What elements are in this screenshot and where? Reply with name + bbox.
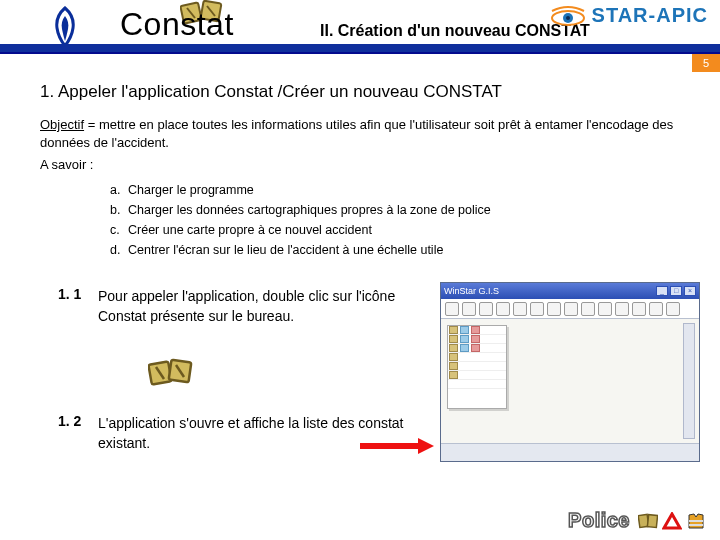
- toolbar-button-icon: [479, 302, 493, 316]
- toolbar-button-icon: [615, 302, 629, 316]
- section-title: 1. Appeler l'application Constat /Créer …: [40, 82, 680, 102]
- svg-rect-14: [689, 520, 703, 522]
- footer-boxes-icon: [638, 512, 658, 530]
- instruction-text: Pour appeler l'application, double clic …: [98, 286, 418, 327]
- pointer-arrow-icon: [360, 440, 436, 452]
- objectif-text: = mettre en place toutes les information…: [40, 117, 673, 150]
- footer-vest-icon: [686, 512, 706, 530]
- slide-header: Constat II. Création d'un nouveau CONSTA…: [0, 0, 720, 54]
- toolbar-button-icon: [632, 302, 646, 316]
- app-screenshot: WinStar G.I.S _ □ ×: [440, 282, 700, 462]
- close-icon: ×: [684, 286, 696, 296]
- toolbar-button-icon: [598, 302, 612, 316]
- objectif-paragraph: Objectif = mettre en place toutes les in…: [40, 116, 680, 151]
- constat-desktop-icon: [148, 353, 194, 391]
- toolbar-button-icon: [496, 302, 510, 316]
- police-watermark: Police: [568, 509, 630, 532]
- toolbar-button-icon: [530, 302, 544, 316]
- toolbar-button-icon: [547, 302, 561, 316]
- maximize-icon: □: [670, 286, 682, 296]
- app-title: Constat: [120, 6, 234, 43]
- toolbar-button-icon: [445, 302, 459, 316]
- scrollbar: [683, 323, 695, 439]
- savoir-label: A savoir :: [40, 157, 680, 172]
- toolbar-button-icon: [462, 302, 476, 316]
- step-item: a.Charger le programme: [110, 180, 680, 200]
- slide-number-badge: 5: [692, 54, 720, 72]
- window-controls: _ □ ×: [656, 286, 696, 296]
- minimize-icon: _: [656, 286, 668, 296]
- footer-triangle-icon: [662, 512, 682, 530]
- toolbar-button-icon: [649, 302, 663, 316]
- app-toolbar: [441, 299, 699, 319]
- steps-list: a.Charger le programme b.Charger les don…: [110, 180, 680, 260]
- instruction-number: 1. 2: [58, 413, 88, 429]
- app-canvas: [441, 319, 699, 443]
- svg-marker-13: [664, 514, 680, 528]
- svg-rect-12: [647, 514, 657, 527]
- toolbar-button-icon: [513, 302, 527, 316]
- toolbar-button-icon: [564, 302, 578, 316]
- header-accent-bar: [0, 44, 720, 52]
- step-item: c.Créer une carte propre à ce nouvel acc…: [110, 220, 680, 240]
- brand-name: STAR-APIC: [592, 4, 708, 27]
- app-status-bar: [441, 443, 699, 461]
- step-item: d.Centrer l'écran sur le lieu de l'accid…: [110, 240, 680, 260]
- footer-icons: [638, 512, 706, 530]
- instruction-number: 1. 1: [58, 286, 88, 302]
- svg-point-6: [566, 16, 570, 20]
- brand-block: STAR-APIC: [550, 4, 708, 27]
- brand-eye-icon: [550, 5, 586, 27]
- app-badge-icon: [48, 6, 82, 48]
- objectif-label: Objectif: [40, 117, 84, 132]
- app-window-title: WinStar G.I.S: [444, 286, 499, 296]
- svg-rect-15: [689, 524, 703, 526]
- toolbar-button-icon: [581, 302, 595, 316]
- slide-footer: Police: [568, 509, 706, 532]
- toolbar-button-icon: [666, 302, 680, 316]
- constat-list-panel: [447, 325, 507, 409]
- app-window-titlebar: WinStar G.I.S _ □ ×: [441, 283, 699, 299]
- step-item: b.Charger les données cartographiques pr…: [110, 200, 680, 220]
